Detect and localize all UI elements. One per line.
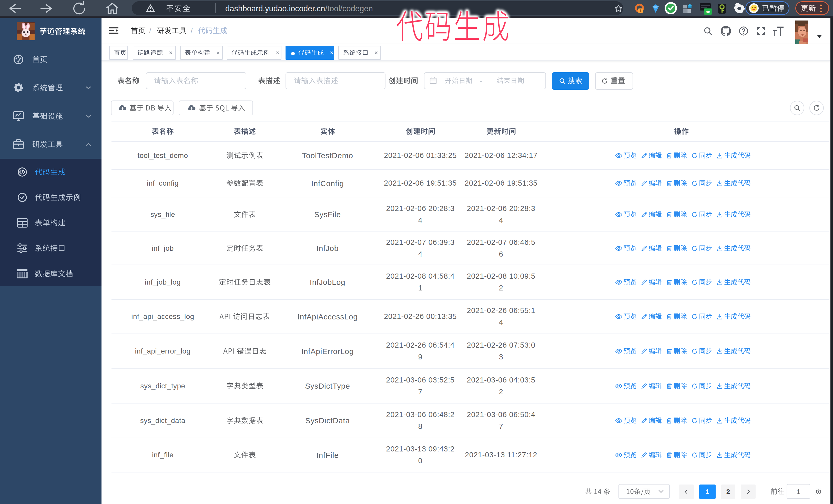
svg-text:on: on	[706, 9, 710, 14]
svg-text:1: 1	[640, 9, 642, 13]
